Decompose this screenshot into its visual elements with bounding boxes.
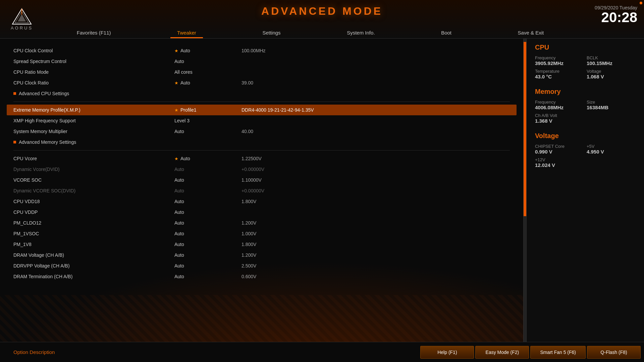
row-advanced-cpu-settings[interactable]: Advanced CPU Settings [13,88,510,99]
divider-2 [13,150,510,150]
xmp-extra: DDR4-4000 19-21-21-42-94-1.35V [241,107,314,113]
pm-1vsoc-label: PM_1VSOC [13,231,39,236]
cpu-temperature-value: 43.0 °C [535,74,584,79]
nav-settings[interactable]: Settings [256,27,287,38]
nav-boot[interactable]: Boot [434,27,458,38]
cpu-ratio-mode-label: CPU Ratio Mode [13,69,49,75]
settings-panel: CPU Clock Control ★ Auto 100.00MHz Sprea… [0,39,524,342]
dynamic-vcore-soc-value: Auto [174,188,184,193]
pm-1vsoc-value: Auto [174,231,184,236]
dynamic-vcore-soc-label: Dynamic VCORE SOC(DVID) [13,188,75,193]
row-dynamic-vcore-soc[interactable]: Dynamic VCORE SOC(DVID) Auto +0.00000V [13,185,510,196]
dynamic-vcore-soc-extra: +0.00000V [241,188,264,193]
cpu-vdd18-value: Auto [174,199,184,204]
cpu-clock-control-value: Auto [180,48,190,53]
nav-favorites[interactable]: Favorites (F11) [70,27,118,38]
dram-termination-value: Auto [174,274,184,279]
dram-termination-label: DRAM Termination (CH A/B) [13,274,72,279]
voltage-stats-grid: CHIPSET Core 0.990 V +5V 4.950 V +12V 12… [535,144,636,168]
title-area: ADVANCED MODE [261,5,383,17]
cpu-clock-ratio-label: CPU Clock Ratio [13,80,49,85]
divider-1 [13,102,510,102]
aorus-logo-icon [12,8,32,25]
xmp-hf-support-value: Level 3 [174,118,190,123]
row-cpu-vcore[interactable]: CPU Vcore ★ Auto 1.22500V [13,153,510,164]
plus12v-item: +12V 12.024 V [535,157,584,168]
memory-stats-section: Memory Frequency 4006.08MHz Size 16384MB… [535,88,636,124]
row-pm-cldo12[interactable]: PM_CLDO12 Auto 1.200V [13,218,510,228]
cpu-ratio-mode-value: All cores [174,69,193,75]
dynamic-vcore-value: Auto [174,167,184,172]
header: AORUS ADVANCED MODE Favorites (F11) Twea… [0,0,644,39]
dram-voltage-label: DRAM Voltage (CH A/B) [13,252,64,258]
row-cpu-vdd18[interactable]: CPU VDD18 Auto 1.800V [13,196,510,207]
advanced-memory-settings-label: Advanced Memory Settings [19,139,76,145]
row-ddrvpp-voltage[interactable]: DDRVPP Voltage (CH A/B) Auto 2.500V [13,260,510,271]
smart-fan-button[interactable]: Smart Fan 5 (F6) [530,346,586,359]
easy-mode-button[interactable]: Easy Mode (F2) [475,346,529,359]
row-cpu-clock-ratio[interactable]: CPU Clock Ratio ★ Auto 39.00 [13,77,510,88]
pm-1v8-value: Auto [174,242,184,247]
bottom-buttons: Help (F1) Easy Mode (F2) Smart Fan 5 (F6… [420,346,644,359]
logo-area: AORUS [0,5,44,34]
dynamic-vcore-label: Dynamic Vcore(DVID) [13,167,60,172]
row-cpu-vddp[interactable]: CPU VDDP Auto [13,207,510,218]
row-xmp-hf-support[interactable]: XMP High Frequency Support Level 3 [13,115,510,126]
cpu-vcore-value: Auto [180,156,190,161]
vcore-soc-label: VCORE SOC [13,177,42,183]
row-vcore-soc[interactable]: VCORE SOC Auto 1.10000V [13,175,510,185]
cpu-bclk-label: BCLK [587,55,636,60]
svg-marker-2 [18,14,26,21]
row-cpu-ratio-mode[interactable]: CPU Ratio Mode All cores [13,67,510,77]
spread-spectrum-value: Auto [174,59,184,64]
nav-save-exit[interactable]: Save & Exit [511,27,551,38]
cpu-vddp-label: CPU VDDP [13,209,38,215]
scrollbar-track[interactable] [524,39,526,342]
row-sys-mem-multiplier[interactable]: System Memory Multiplier Auto 40.00 [13,126,510,137]
cpu-stats-section: CPU Frequency 3905.92MHz BCLK 100.15MHz … [535,44,636,79]
main-content: CPU Clock Control ★ Auto 100.00MHz Sprea… [0,39,644,342]
cpu-vdd18-label: CPU VDD18 [13,199,40,204]
nav-system-info[interactable]: System Info. [340,27,381,38]
cpu-vcore-extra: 1.22500V [241,156,262,161]
cpu-frequency-value: 3905.92MHz [535,60,584,66]
help-button[interactable]: Help (F1) [420,346,474,359]
row-spread-spectrum[interactable]: Spread Spectrum Control Auto [13,56,510,67]
row-advanced-memory-settings[interactable]: Advanced Memory Settings [13,137,510,147]
xmp-hf-support-label: XMP High Frequency Support [13,118,76,123]
plus12v-label: +12V [535,157,584,162]
memory-frequency-label: Frequency [535,100,584,105]
row-pm-1vsoc[interactable]: PM_1VSOC Auto 1.000V [13,228,510,239]
bullet-icon-9 [13,141,16,143]
row-dram-termination[interactable]: DRAM Termination (CH A/B) Auto 0.600V [13,271,510,282]
cpu-stats-title: CPU [535,44,636,51]
bullet-icon-4 [13,92,16,95]
pm-1v8-label: PM_1V8 [13,242,32,247]
sys-mem-multiplier-extra: 40.00 [241,129,253,134]
bottom-bar: Option Description Help (F1) Easy Mode (… [0,342,644,362]
qflash-button[interactable]: Q-Flash (F8) [587,346,641,359]
plus5v-label: +5V [587,144,636,149]
xmp-value: Profile1 [180,107,196,113]
row-dynamic-vcore[interactable]: Dynamic Vcore(DVID) Auto +0.00000V [13,164,510,175]
cpu-voltage-value: 1.068 V [587,74,636,79]
memory-size-label: Size [587,100,636,105]
xmp-label: Extreme Memory Profile(X.M.P.) [13,107,80,113]
row-dram-voltage[interactable]: DRAM Voltage (CH A/B) Auto 1.200V [13,250,510,260]
row-cpu-clock-control[interactable]: CPU Clock Control ★ Auto 100.00MHz [13,45,510,56]
sys-mem-multiplier-value: Auto [174,129,184,134]
nav-tweaker[interactable]: Tweaker [170,27,203,38]
scrollbar-thumb[interactable] [524,42,526,216]
corner-indicator [640,2,642,4]
dynamic-vcore-extra: +0.00000V [241,167,264,172]
cpu-temperature-item: Temperature 43.0 °C [535,69,584,79]
star-icon-11: ★ [174,156,178,161]
cpu-voltage-label: Voltage [587,69,636,74]
cpu-clock-control-label: CPU Clock Control [13,48,53,53]
sys-mem-multiplier-label: System Memory Multiplier [13,129,67,134]
ddrvpp-voltage-extra: 2.500V [241,263,256,268]
row-pm-1v8[interactable]: PM_1V8 Auto 1.800V [13,239,510,250]
star-icon-6: ★ [174,108,178,113]
logo-text: AORUS [11,25,33,31]
row-xmp[interactable]: Extreme Memory Profile(X.M.P.) ★ Profile… [7,105,517,115]
